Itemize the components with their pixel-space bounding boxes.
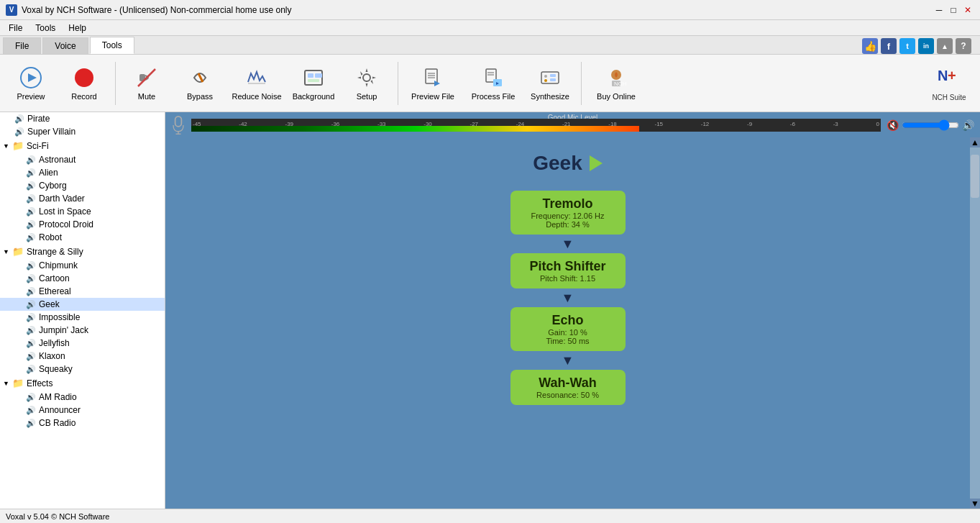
effect-wah-wah[interactable]: Wah-Wah Resonance: 50 % bbox=[510, 370, 626, 405]
help-icon[interactable]: ? bbox=[956, 38, 971, 54]
sidebar-folder-strange[interactable]: ▼ 📁 Strange & Silly bbox=[0, 244, 165, 259]
process-file-button[interactable]: Process File bbox=[464, 58, 522, 109]
sidebar-folder-scifi[interactable]: ▼ 📁 Sci-Fi bbox=[0, 138, 165, 153]
toolbar-sep-1 bbox=[115, 62, 116, 105]
menu-tools[interactable]: Tools bbox=[29, 22, 61, 35]
background-label: Background bbox=[293, 92, 335, 101]
close-button[interactable]: ✕ bbox=[961, 4, 974, 17]
sidebar-folder-effects[interactable]: ▼ 📁 Effects bbox=[0, 376, 165, 391]
sidebar-item-geek[interactable]: 🔊 Geek bbox=[0, 298, 165, 311]
mute-button[interactable]: Mute bbox=[122, 58, 172, 109]
effect-echo[interactable]: Echo Gain: 10 % Time: 50 ms bbox=[510, 307, 626, 351]
sidebar-item-klaxon[interactable]: 🔊 Klaxon bbox=[0, 350, 165, 363]
svg-text:N: N bbox=[938, 68, 948, 83]
svg-point-10 bbox=[363, 74, 370, 81]
menu-help[interactable]: Help bbox=[63, 22, 92, 35]
svg-rect-21 bbox=[541, 72, 559, 83]
volume-icons: 🔇 🔊 bbox=[887, 119, 974, 131]
sidebar-item-squeaky[interactable]: 🔊 Squeaky bbox=[0, 363, 165, 376]
effect-pitch-shifter[interactable]: Pitch Shifter Pitch Shift: 1.15 bbox=[510, 253, 626, 288]
sidebar-label: Pirate bbox=[27, 114, 50, 124]
sidebar-item-darth[interactable]: 🔊 Darth Vader bbox=[0, 192, 165, 205]
arrow-1: ▼ bbox=[562, 237, 574, 250]
sidebar-label: Klaxon bbox=[39, 351, 65, 361]
background-button[interactable]: Background bbox=[288, 58, 339, 109]
share-icon[interactable]: ▲ bbox=[937, 38, 953, 54]
bypass-button[interactable]: Bypass bbox=[175, 58, 225, 109]
titlebar: V Voxal by NCH Software - (Unlicensed) N… bbox=[0, 0, 980, 20]
sidebar-label: AM Radio bbox=[39, 392, 77, 402]
sidebar-item-announcer[interactable]: 🔊 Announcer bbox=[0, 404, 165, 417]
synthesize-button[interactable]: Synthesize bbox=[525, 58, 575, 109]
sidebar-item-impossible[interactable]: 🔊 Impossible bbox=[0, 311, 165, 324]
folder-icon: 📁 bbox=[12, 140, 24, 151]
svg-text:+: + bbox=[948, 68, 956, 83]
setup-button[interactable]: Setup bbox=[342, 58, 392, 109]
sidebar-item-pirate[interactable]: 🔊 Pirate bbox=[0, 112, 165, 125]
facebook-icon[interactable]: f bbox=[881, 38, 897, 54]
sidebar-item-am-radio[interactable]: 🔊 AM Radio bbox=[0, 391, 165, 404]
tab-file[interactable]: File bbox=[3, 37, 41, 54]
tab-voice[interactable]: Voice bbox=[42, 37, 88, 54]
minimize-button[interactable]: ─ bbox=[933, 4, 945, 17]
maximize-button[interactable]: □ bbox=[947, 4, 960, 17]
scroll-up-button[interactable]: ▲ bbox=[970, 137, 980, 147]
sidebar-item-robot[interactable]: 🔊 Robot bbox=[0, 231, 165, 244]
effect-name: Pitch Shifter bbox=[525, 259, 611, 274]
synthesize-label: Synthesize bbox=[531, 92, 569, 101]
svg-marker-1 bbox=[28, 73, 37, 82]
sidebar-item-astronaut[interactable]: 🔊 Astronaut bbox=[0, 153, 165, 166]
sidebar-item-jellyfish[interactable]: 🔊 Jellyfish bbox=[0, 337, 165, 350]
voice-icon: 🔊 bbox=[14, 127, 24, 137]
sidebar-item-cb-radio[interactable]: 🔊 CB Radio bbox=[0, 417, 165, 429]
folder-icon: 📁 bbox=[12, 378, 24, 388]
buy-online-button[interactable]: NCH Buy Online bbox=[587, 58, 645, 109]
effect-tremolo[interactable]: Tremolo Frequency: 12.06 Hz Depth: 34 % bbox=[510, 191, 626, 235]
record-button[interactable]: Record bbox=[59, 58, 109, 109]
folder-label: Strange & Silly bbox=[27, 247, 83, 257]
linkedin-icon[interactable]: in bbox=[918, 38, 934, 54]
sidebar-item-jumpin-jack[interactable]: 🔊 Jumpin' Jack bbox=[0, 324, 165, 337]
mute-icon bbox=[135, 66, 158, 89]
status-text: Voxal v 5.04 © NCH Software bbox=[6, 512, 109, 521]
sidebar-item-ethereal[interactable]: 🔊 Ethereal bbox=[0, 285, 165, 298]
process-file-label: Process File bbox=[472, 92, 516, 101]
sidebar-item-lost-in-space[interactable]: 🔊 Lost in Space bbox=[0, 205, 165, 218]
synthesize-icon bbox=[539, 66, 562, 89]
sidebar-label: Geek bbox=[39, 299, 60, 309]
nch-suite-button[interactable]: N + NCH Suite bbox=[924, 58, 974, 109]
sidebar-item-alien[interactable]: 🔊 Alien bbox=[0, 166, 165, 179]
svg-point-23 bbox=[544, 79, 547, 82]
toolbar-sep-3 bbox=[581, 62, 582, 105]
reduce-noise-button[interactable]: Reduce Noise bbox=[228, 58, 285, 109]
preview-button[interactable]: Preview bbox=[6, 58, 56, 109]
scroll-thumb[interactable] bbox=[971, 155, 979, 198]
arrow-2: ▼ bbox=[562, 291, 574, 304]
svg-point-22 bbox=[544, 75, 547, 78]
voice-icon: 🔊 bbox=[26, 287, 36, 296]
tab-tools[interactable]: Tools bbox=[90, 37, 134, 54]
svg-rect-8 bbox=[315, 73, 322, 78]
sidebar-label: Announcer bbox=[39, 405, 81, 415]
like-icon[interactable]: 👍 bbox=[862, 38, 878, 54]
right-scrollbar[interactable]: ▲ ▼ bbox=[970, 137, 980, 509]
voice-icon: 🔊 bbox=[26, 261, 36, 270]
sidebar-item-super-villain[interactable]: 🔊 Super Villain bbox=[0, 125, 165, 138]
sidebar-item-protocol-droid[interactable]: 🔊 Protocol Droid bbox=[0, 218, 165, 231]
play-voice-button[interactable] bbox=[590, 155, 603, 171]
reduce-noise-label: Reduce Noise bbox=[232, 92, 281, 101]
sidebar-item-chipmunk[interactable]: 🔊 Chipmunk bbox=[0, 259, 165, 272]
preview-file-button[interactable]: Preview File bbox=[404, 58, 462, 109]
buy-online-icon: NCH bbox=[605, 66, 628, 89]
voice-icon: 🔊 bbox=[26, 365, 36, 374]
twitter-icon[interactable]: t bbox=[899, 38, 915, 54]
sidebar-item-cartoon[interactable]: 🔊 Cartoon bbox=[0, 272, 165, 285]
voice-icon: 🔊 bbox=[26, 313, 36, 322]
nch-suite-label: NCH Suite bbox=[932, 94, 966, 101]
sidebar-label: Robot bbox=[39, 232, 62, 242]
sidebar-label: Cartoon bbox=[39, 273, 70, 283]
scroll-down-button[interactable]: ▼ bbox=[970, 499, 980, 509]
menu-file[interactable]: File bbox=[3, 22, 28, 35]
volume-slider[interactable] bbox=[902, 119, 959, 131]
sidebar-item-cyborg[interactable]: 🔊 Cyborg bbox=[0, 179, 165, 192]
